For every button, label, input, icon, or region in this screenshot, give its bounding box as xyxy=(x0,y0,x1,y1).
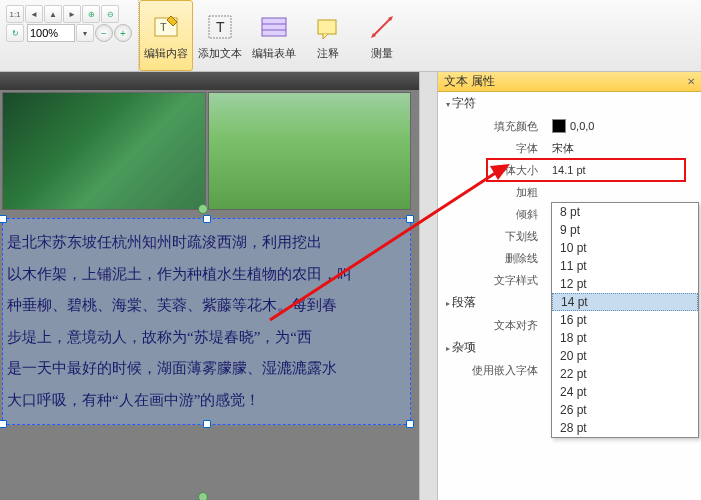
nav-up-icon[interactable]: ▲ xyxy=(44,5,62,23)
font-size-option[interactable]: 9 pt xyxy=(552,221,698,239)
resize-handle[interactable] xyxy=(203,420,211,428)
annotate-icon xyxy=(311,10,345,44)
rotate-icon[interactable]: ↻ xyxy=(6,24,24,42)
prop-underline-label: 下划线 xyxy=(438,229,548,244)
measure-label: 测量 xyxy=(371,46,393,61)
zoom-stepper-icon[interactable]: ▾ xyxy=(76,24,94,42)
edit-content-button[interactable]: T 编辑内容 xyxy=(139,0,193,71)
page-area[interactable]: 是北宋苏东坡任杭州知州时疏浚西湖，利用挖出 以木作架，上铺泥土，作为种植水生植物… xyxy=(0,90,419,94)
prop-bold-label: 加粗 xyxy=(438,185,548,200)
doc-line: 步堤上，意境动人，故称为“苏堤春晓”，为“西 xyxy=(7,322,406,354)
svg-text:T: T xyxy=(216,19,225,35)
doc-line: 以木作架，上铺泥土，作为种植水生植物的农田，叫 xyxy=(7,259,406,291)
photo-1[interactable] xyxy=(2,92,206,210)
svg-line-8 xyxy=(373,18,391,36)
svg-rect-7 xyxy=(318,20,336,34)
font-size-dropdown: 8 pt9 pt10 pt11 pt12 pt14 pt16 pt18 pt20… xyxy=(551,202,699,438)
prop-text-style-label: 文字样式 xyxy=(438,273,548,288)
add-text-icon: T xyxy=(203,10,237,44)
zoom-in-tool-icon[interactable]: ⊕ xyxy=(82,5,100,23)
add-text-button[interactable]: T 添加文本 xyxy=(193,0,247,71)
color-swatch[interactable] xyxy=(552,119,566,133)
font-size-option[interactable]: 20 pt xyxy=(552,347,698,365)
font-size-option[interactable]: 28 pt xyxy=(552,419,698,437)
doc-line: 大口呼吸，有种“人在画中游”的感觉！ xyxy=(7,385,406,417)
edit-form-label: 编辑表单 xyxy=(252,46,296,61)
rotation-handle[interactable] xyxy=(198,204,208,214)
resize-handle[interactable] xyxy=(0,215,7,223)
annotate-button[interactable]: 注释 xyxy=(301,0,355,71)
annotate-label: 注释 xyxy=(317,46,339,61)
font-size-option[interactable]: 22 pt xyxy=(552,365,698,383)
prop-align-label: 文本对齐 xyxy=(438,318,548,333)
properties-panel: 文本 属性 ✕ 字符 填充颜色 0,0,0 字体 宋体 字体大小 14.1 pt… xyxy=(437,72,701,500)
close-icon[interactable]: ✕ xyxy=(687,76,695,87)
add-text-label: 添加文本 xyxy=(198,46,242,61)
prop-strike-label: 删除线 xyxy=(438,251,548,266)
selected-text-block[interactable]: 是北宋苏东坡任杭州知州时疏浚西湖，利用挖出 以木作架，上铺泥土，作为种植水生植物… xyxy=(2,218,411,425)
svg-text:T: T xyxy=(160,21,167,33)
panel-title: 文本 属性 xyxy=(444,73,495,90)
edit-form-icon xyxy=(257,10,291,44)
zoom-out-tool-icon[interactable]: ⊖ xyxy=(101,5,119,23)
prop-italic-label: 倾斜 xyxy=(438,207,548,222)
font-size-option[interactable]: 10 pt xyxy=(552,239,698,257)
vertical-scrollbar[interactable] xyxy=(419,72,437,500)
prop-font: 字体 宋体 xyxy=(438,137,701,159)
measure-button[interactable]: 测量 xyxy=(355,0,409,71)
zoom-input[interactable] xyxy=(27,24,75,42)
measure-icon xyxy=(365,10,399,44)
doc-line: 种垂柳、碧桃、海棠、芙蓉、紫藤等花木。每到春 xyxy=(7,290,406,322)
edit-content-label: 编辑内容 xyxy=(144,46,188,61)
zoom-minus-button[interactable]: − xyxy=(95,24,113,42)
font-size-option[interactable]: 11 pt xyxy=(552,257,698,275)
prop-font-size: 字体大小 14.1 pt xyxy=(438,159,701,181)
image-row xyxy=(2,92,411,210)
section-char[interactable]: 字符 xyxy=(438,92,701,115)
resize-handle[interactable] xyxy=(406,420,414,428)
font-size-option[interactable]: 12 pt xyxy=(552,275,698,293)
resize-handle[interactable] xyxy=(0,420,7,428)
prop-fill-color: 填充颜色 0,0,0 xyxy=(438,115,701,137)
zoom-plus-button[interactable]: + xyxy=(114,24,132,42)
doc-line: 是北宋苏东坡任杭州知州时疏浚西湖，利用挖出 xyxy=(7,227,406,259)
nav-right-icon[interactable]: ► xyxy=(63,5,81,23)
font-size-option[interactable]: 18 pt xyxy=(552,329,698,347)
edit-form-button[interactable]: 编辑表单 xyxy=(247,0,301,71)
font-size-option[interactable]: 14 pt xyxy=(552,293,698,311)
font-size-option[interactable]: 16 pt xyxy=(552,311,698,329)
resize-handle[interactable] xyxy=(203,215,211,223)
rotation-handle[interactable] xyxy=(198,492,208,500)
font-size-option[interactable]: 8 pt xyxy=(552,203,698,221)
zoom-group: 1:1 ◄ ▲ ► ⊕ ⊖ ↻ ▾ − + xyxy=(0,0,139,71)
panel-title-bar: 文本 属性 ✕ xyxy=(438,72,701,92)
fit-page-icon[interactable]: 1:1 xyxy=(6,5,24,23)
document-workspace: 是北宋苏东坡任杭州知州时疏浚西湖，利用挖出 以木作架，上铺泥土，作为种植水生植物… xyxy=(0,72,419,500)
font-value[interactable]: 宋体 xyxy=(548,141,701,156)
main-toolbar: 1:1 ◄ ▲ ► ⊕ ⊖ ↻ ▾ − + T 编辑内容 xyxy=(0,0,701,72)
font-size-option[interactable]: 24 pt xyxy=(552,383,698,401)
horizontal-ruler xyxy=(0,72,419,90)
photo-2[interactable] xyxy=(208,92,412,210)
resize-handle[interactable] xyxy=(406,215,414,223)
doc-line: 是一天中最好的时候，湖面薄雾朦朦、湿漉漉露水 xyxy=(7,353,406,385)
font-size-value[interactable]: 14.1 pt xyxy=(548,164,701,176)
font-size-option[interactable]: 26 pt xyxy=(552,401,698,419)
svg-rect-4 xyxy=(262,18,286,36)
prop-embed-label: 使用嵌入字体 xyxy=(438,363,548,378)
edit-content-icon: T xyxy=(149,10,183,44)
nav-left-icon[interactable]: ◄ xyxy=(25,5,43,23)
